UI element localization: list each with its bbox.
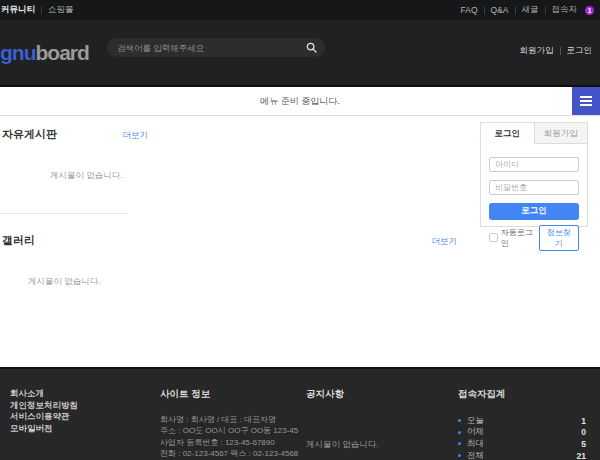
site-info-title: 사이트 정보 xyxy=(160,388,310,401)
member-links: 회원가입 로그인 xyxy=(520,45,593,57)
more-link-free[interactable]: 더보기 xyxy=(123,130,149,142)
topbar-link-qna[interactable]: Q&A xyxy=(491,5,509,15)
bullet-icon xyxy=(458,454,461,457)
stat-value: 0 xyxy=(581,427,586,437)
stat-label: 최대 xyxy=(467,438,484,450)
empty-posts-text-free: 게시물이 없습니다. xyxy=(50,170,123,182)
topbar-link-community[interactable]: 커뮤니티 xyxy=(1,4,35,16)
footer-site-info: 사이트 정보 회사명 : 회사명 / 대표 : 대표자명 주소 : OO도 OO… xyxy=(160,388,310,460)
main-content: 자유게시판 더보기 게시물이 없습니다. 갤러리 더보기 게시물이 없습니다. … xyxy=(0,116,600,367)
divider xyxy=(484,6,485,14)
auto-login-option: 자동로그인 xyxy=(489,227,539,249)
login-box-body: 로그인 자동로그인 정보찾기 xyxy=(481,144,587,251)
login-box-tabs: 로그인 회원가입 xyxy=(481,123,587,144)
login-id-field[interactable] xyxy=(489,157,579,172)
site-info-line: 전화 : 02-123-4567 팩스 : 02-123-4568 xyxy=(160,448,310,459)
hamburger-icon xyxy=(580,104,592,106)
site-info-line: 주소 : OO도 OO시 OO구 OO동 123-45 xyxy=(160,425,310,436)
empty-posts-text-gallery: 게시물이 없습니다. xyxy=(28,276,101,288)
stat-label: 오늘 xyxy=(467,415,484,427)
find-info-button[interactable]: 정보찾기 xyxy=(539,225,579,251)
topbar-link-new-posts[interactable]: 새글 xyxy=(522,4,539,16)
connected-users-badge: 1 xyxy=(585,6,594,15)
footer-links: 회사소개 개인정보처리방침 서비스이용약관 모바일버전 xyxy=(10,388,78,434)
footer-link-company[interactable]: 회사소개 xyxy=(10,388,78,400)
search-input[interactable] xyxy=(107,43,297,53)
more-link-gallery[interactable]: 더보기 xyxy=(432,236,458,248)
bullet-icon xyxy=(458,431,461,434)
footer-link-mobile[interactable]: 모바일버전 xyxy=(10,423,78,435)
footer-visitor-stats: 접속자집계 오늘 1 어제 0 최대 5 xyxy=(458,388,586,460)
topbar-right-links: FAQ Q&A 새글 접속자 1 xyxy=(461,4,594,16)
login-password-field[interactable] xyxy=(489,180,579,195)
login-box: 로그인 회원가입 로그인 자동로그인 정보찾기 xyxy=(480,122,588,227)
divider xyxy=(545,6,546,14)
page: 커뮤니티 쇼핑몰 FAQ Q&A 새글 접속자 1 gnuboard xyxy=(0,0,600,460)
menu-bar: 메뉴 준비 중입니다. xyxy=(0,87,600,116)
board-title-gallery: 갤러리 xyxy=(2,233,35,248)
topbar-link-connected-users[interactable]: 접속자 xyxy=(552,4,578,16)
board-title-free: 자유게시판 xyxy=(2,127,57,142)
section-divider xyxy=(0,213,128,214)
latest-board-gallery: 갤러리 더보기 xyxy=(2,233,457,248)
visitor-stats-title: 접속자집계 xyxy=(458,388,586,401)
signup-link[interactable]: 회원가입 xyxy=(520,45,554,57)
visitor-stat-row-max: 최대 5 xyxy=(458,438,586,450)
visitor-stats-rows: 오늘 1 어제 0 최대 5 전체 21 xyxy=(458,415,586,460)
search-icon xyxy=(306,42,317,53)
stat-value: 21 xyxy=(577,451,586,460)
site-info-line: 회사명 : 회사명 / 대표 : 대표자명 xyxy=(160,414,310,425)
footer-link-privacy[interactable]: 개인정보처리방침 xyxy=(10,400,78,412)
stat-label: 전체 xyxy=(467,450,484,460)
notice-title: 공지사항 xyxy=(306,388,436,401)
search-button[interactable] xyxy=(297,38,325,57)
tab-signup[interactable]: 회원가입 xyxy=(534,123,588,144)
footer-notice: 공지사항 게시물이 없습니다. xyxy=(306,388,436,451)
hamburger-icon xyxy=(580,96,592,98)
divider xyxy=(560,47,561,55)
bullet-icon xyxy=(458,419,461,422)
menu-placeholder-text: 메뉴 준비 중입니다. xyxy=(0,87,600,115)
latest-board-free: 자유게시판 더보기 xyxy=(2,127,148,142)
site-logo[interactable]: gnuboard xyxy=(0,41,89,65)
login-submit-button[interactable]: 로그인 xyxy=(489,203,579,220)
auto-login-checkbox[interactable] xyxy=(489,233,498,242)
notice-empty-text: 게시물이 없습니다. xyxy=(306,439,436,451)
logo-text-primary: gnu xyxy=(0,41,35,64)
visitor-stat-row-yesterday: 어제 0 xyxy=(458,427,586,439)
search-bar xyxy=(107,38,325,57)
board-header: 갤러리 더보기 xyxy=(2,233,457,248)
hamburger-menu-button[interactable] xyxy=(572,87,600,115)
auto-login-label[interactable]: 자동로그인 xyxy=(501,227,539,249)
stat-value: 5 xyxy=(581,439,586,449)
logo-text-secondary: board xyxy=(35,41,88,64)
stat-label: 어제 xyxy=(467,426,484,438)
site-info-line: 사업자 등록번호 : 123-45-67890 xyxy=(160,437,310,448)
stat-value: 1 xyxy=(581,416,586,426)
site-footer: 회사소개 개인정보처리방침 서비스이용약관 모바일버전 사이트 정보 회사명 :… xyxy=(0,367,600,460)
divider xyxy=(41,6,42,14)
topbar-link-faq[interactable]: FAQ xyxy=(461,5,478,15)
divider xyxy=(515,6,516,14)
visitor-stat-row-total: 전체 21 xyxy=(458,450,586,460)
visitor-stat-row-today: 오늘 1 xyxy=(458,415,586,427)
top-utility-bar: 커뮤니티 쇼핑몰 FAQ Q&A 새글 접속자 1 xyxy=(0,0,600,20)
hamburger-icon xyxy=(580,100,592,102)
board-header: 자유게시판 더보기 xyxy=(2,127,148,142)
tab-login[interactable]: 로그인 xyxy=(481,123,534,144)
bullet-icon xyxy=(458,442,461,445)
site-info-lines: 회사명 : 회사명 / 대표 : 대표자명 주소 : OO도 OO시 OO구 O… xyxy=(160,414,310,460)
topbar-left-links: 커뮤니티 쇼핑몰 xyxy=(1,4,74,16)
footer-link-terms[interactable]: 서비스이용약관 xyxy=(10,411,78,423)
site-header: gnuboard 회원가입 로그인 xyxy=(0,20,600,87)
login-link[interactable]: 로그인 xyxy=(567,45,593,57)
topbar-link-shop[interactable]: 쇼핑몰 xyxy=(48,4,74,16)
login-options-row: 자동로그인 정보찾기 xyxy=(489,225,579,251)
